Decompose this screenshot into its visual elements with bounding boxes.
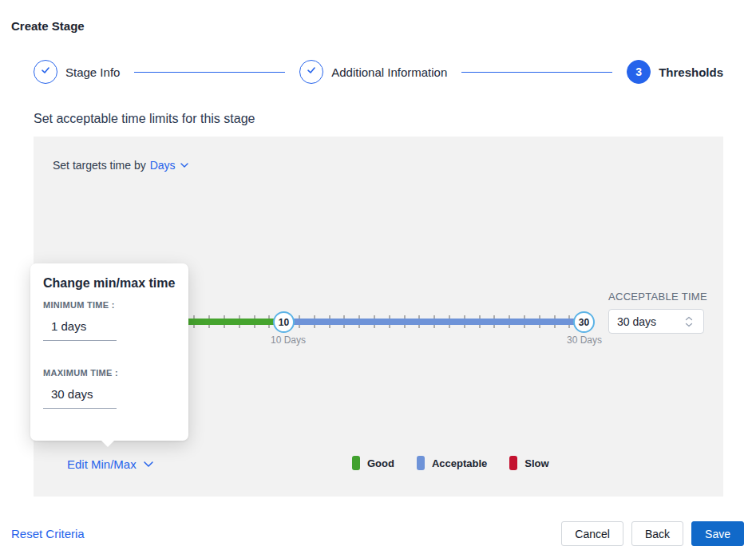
legend-label: Slow [524,457,548,469]
reset-criteria-link[interactable]: Reset Criteria [11,527,85,540]
step-stage-info[interactable]: Stage Info [34,60,120,84]
step-complete-circle [34,60,57,84]
step-label: Additional Information [331,65,447,79]
legend: Good Acceptable Slow [352,456,549,470]
step-number: 3 [635,65,642,78]
save-button[interactable]: Save [691,521,744,546]
minimum-time-input[interactable] [43,318,117,341]
step-active-circle: 3 [627,60,651,84]
legend-item-slow: Slow [509,456,548,470]
acceptable-time-input[interactable] [609,315,679,328]
cancel-button[interactable]: Cancel [561,521,623,546]
acceptable-time-label: ACCEPTABLE TIME [608,291,707,303]
stepper-connector [134,72,285,73]
step-additional-information[interactable]: Additional Information [299,60,447,84]
acceptable-time-field [608,309,704,334]
legend-item-good: Good [352,456,394,470]
popover-title: Change min/max time [43,276,176,291]
wizard-stepper: Stage Info Additional Information 3 Thre… [34,59,723,85]
step-label: Thresholds [659,65,723,79]
spinner-down-icon[interactable] [685,323,693,327]
stepper-connector [461,72,612,73]
step-thresholds[interactable]: 3 Thresholds [627,60,723,84]
check-icon [306,65,317,79]
acceptable-swatch [417,456,425,470]
stepper-controls [679,316,699,327]
chevron-down-icon [143,461,154,468]
spinner-up-icon[interactable] [685,316,693,321]
page-title: Create Stage [11,19,85,33]
step-complete-circle [299,60,323,84]
edit-minmax-link[interactable]: Edit Min/Max [67,457,154,471]
slider-track-acceptable[interactable] [283,319,584,325]
footer-buttons: Cancel Back Save [561,521,744,546]
legend-label: Acceptable [432,457,487,469]
popover-caret [101,441,114,447]
edit-minmax-label: Edit Min/Max [67,457,137,471]
slider-handle-min-label: 10 Days [271,334,306,346]
back-button[interactable]: Back [631,521,683,546]
step-label: Stage Info [65,65,120,79]
maximum-time-label: MAXIMUM TIME : [43,368,176,378]
slider-handle-max[interactable]: 30 [573,311,595,333]
change-minmax-popover: Change min/max time MINIMUM TIME : MAXIM… [30,263,188,441]
slider-handle-min[interactable]: 10 [273,311,295,333]
section-heading: Set acceptable time limits for this stag… [34,112,255,126]
legend-item-acceptable: Acceptable [417,456,487,470]
check-icon [40,65,51,79]
maximum-time-input[interactable] [43,386,117,409]
minimum-time-label: MINIMUM TIME : [43,300,176,310]
slow-swatch [509,456,517,470]
legend-label: Good [367,457,394,469]
good-swatch [352,456,360,470]
slider-handle-max-label: 30 Days [567,334,602,346]
